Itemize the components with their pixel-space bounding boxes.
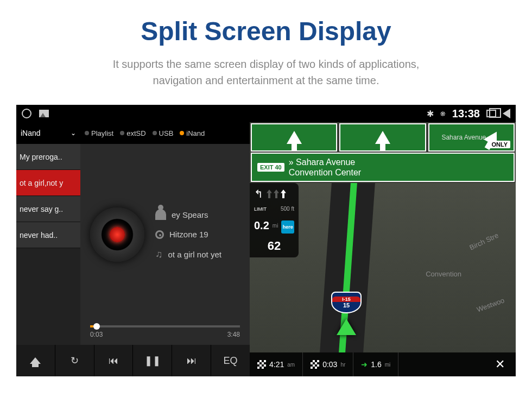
tab-usb[interactable]: USB: [153, 129, 174, 137]
artist-name: ey Spears: [172, 210, 208, 219]
progress-bar[interactable]: [90, 325, 240, 327]
page-title: Split Screen Display: [0, 16, 532, 46]
exit-dest-line2: Convention Center: [289, 167, 361, 178]
tab-extsd[interactable]: extSD: [120, 129, 145, 137]
player-controls: ↻ ⏮ ❚❚ ⏭ EQ: [16, 345, 250, 376]
turn-arrow-icon: ↰: [254, 187, 263, 200]
flag-icon: [311, 360, 319, 369]
home-button[interactable]: [16, 345, 55, 376]
eq-button[interactable]: EQ: [211, 345, 250, 376]
clock: 13:38: [452, 108, 480, 120]
street-label: Convention: [426, 270, 461, 278]
arrival-time: 4:21am: [250, 352, 303, 376]
here-badge-icon: here: [281, 220, 294, 234]
street-label: Birch Stre: [468, 231, 499, 252]
street-label: Westwoo: [476, 296, 505, 313]
next-button[interactable]: ⏭: [172, 345, 211, 376]
remaining-distance: ➜ 1.6mi: [353, 352, 398, 376]
position-marker-icon: [337, 319, 356, 335]
lane-icon: [281, 190, 286, 198]
playlist-item[interactable]: ot a girl,not y: [16, 170, 80, 196]
route-arrow-icon: ➜: [361, 360, 368, 369]
pause-icon: ❚❚: [144, 355, 161, 367]
now-playing: ey Spears Hitzone 19 ♫ot a girl not yet: [80, 144, 250, 325]
exit-badge: EXIT 40: [257, 163, 284, 172]
nav-bottom-bar: 4:21am 0:03hr ➜ 1.6mi ✕: [250, 352, 516, 376]
image-indicator-icon: [39, 110, 49, 117]
recents-icon[interactable]: [486, 110, 496, 117]
page-subtitle: It supports the same screen display of t…: [0, 56, 532, 89]
sign-right: Sahara Avenue ONLY: [428, 123, 515, 152]
playlist-item[interactable]: never say g..: [16, 196, 80, 222]
progress-knob[interactable]: [93, 323, 100, 330]
arrow-up-icon: [375, 131, 390, 144]
scale-label: 500 ft: [281, 206, 294, 212]
map[interactable]: I-15 15 ↰ LIMIT 500 ft: [250, 183, 516, 352]
prev-icon: ⏮: [109, 355, 118, 367]
close-nav-button[interactable]: ✕: [484, 352, 516, 376]
navigation-panel: I-15 Sahara Avenue ONLY EXIT 40 » Sahara…: [250, 122, 516, 376]
shield-number: 15: [343, 302, 350, 308]
repeat-icon: ↻: [71, 355, 79, 367]
sign-left: [251, 123, 337, 152]
arrow-up-icon: [287, 131, 302, 144]
next-distance: 0.2: [254, 219, 269, 232]
bluetooth-icon: ✱: [427, 109, 434, 119]
time-elapsed: 0:03: [90, 331, 103, 338]
artist-icon: [155, 209, 166, 220]
lane-icon: [274, 190, 279, 198]
song-icon: ♫: [155, 249, 163, 260]
subtitle-line2: navigation and entertainment at the same…: [0, 72, 532, 89]
exit-dest-line1: » Sahara Avenue: [289, 157, 361, 167]
only-badge: ONLY: [489, 141, 510, 148]
device-screen: ✱ ⎈ 13:38 iNand ⌄ My preroga.. ot a girl…: [16, 105, 516, 376]
home-icon: [30, 357, 41, 364]
repeat-button[interactable]: ↻: [55, 345, 94, 376]
next-distance-unit: mi: [273, 223, 278, 229]
limit-label: LIMIT: [254, 206, 267, 212]
tab-inand[interactable]: iNand: [180, 129, 205, 137]
record-indicator-icon: [22, 109, 31, 118]
album-icon: [155, 230, 164, 239]
turn-info-panel: ↰ LIMIT 500 ft 0.2 mi her: [250, 183, 299, 257]
source-tabs: Playlist extSD USB iNand: [80, 122, 250, 144]
speed-box: 62: [254, 239, 294, 253]
close-icon: ✕: [495, 357, 505, 371]
music-panel: iNand ⌄ My preroga.. ot a girl,not y nev…: [16, 122, 250, 376]
flag-icon: [257, 360, 266, 369]
back-icon[interactable]: [503, 109, 510, 118]
status-bar: ✱ ⎈ 13:38: [16, 105, 516, 122]
next-icon: ⏭: [187, 355, 197, 367]
pause-button[interactable]: ❚❚: [133, 345, 172, 376]
playlist-column: iNand ⌄ My preroga.. ot a girl,not y nev…: [16, 122, 80, 345]
sign-street-label: Sahara Avenue: [441, 134, 486, 141]
source-dropdown[interactable]: iNand ⌄: [16, 122, 80, 144]
subtitle-line1: It supports the same screen display of t…: [0, 56, 532, 72]
tab-playlist[interactable]: Playlist: [85, 129, 113, 137]
location-icon: ⎈: [440, 109, 446, 118]
lane-guidance: [267, 190, 286, 198]
album-name: Hitzone 19: [169, 230, 208, 239]
eq-label: EQ: [224, 355, 238, 367]
time-total: 3:48: [227, 331, 240, 338]
lane-icon: [267, 190, 272, 198]
playlist-item[interactable]: My preroga..: [16, 144, 80, 170]
exit-banner: EXIT 40 » Sahara Avenue Convention Cente…: [251, 153, 515, 182]
player-column: Playlist extSD USB iNand ey Spears Hitzo…: [80, 122, 250, 345]
shield-top-label: I-15: [332, 297, 360, 302]
playlist-item[interactable]: never had..: [16, 222, 80, 248]
source-label: iNand: [21, 129, 41, 137]
highway-signs: Sahara Avenue ONLY: [250, 122, 516, 153]
trip-elapsed: 0:03hr: [303, 352, 353, 376]
chevron-down-icon: ⌄: [71, 129, 76, 137]
progress-section: 0:03 3:48: [80, 325, 250, 345]
sign-mid: [339, 123, 426, 152]
song-name: ot a girl not yet: [168, 250, 221, 259]
album-art: [90, 207, 144, 262]
interstate-shield: I-15 15: [331, 292, 362, 313]
prev-button[interactable]: ⏮: [94, 345, 134, 376]
speed-value: 62: [254, 239, 294, 253]
